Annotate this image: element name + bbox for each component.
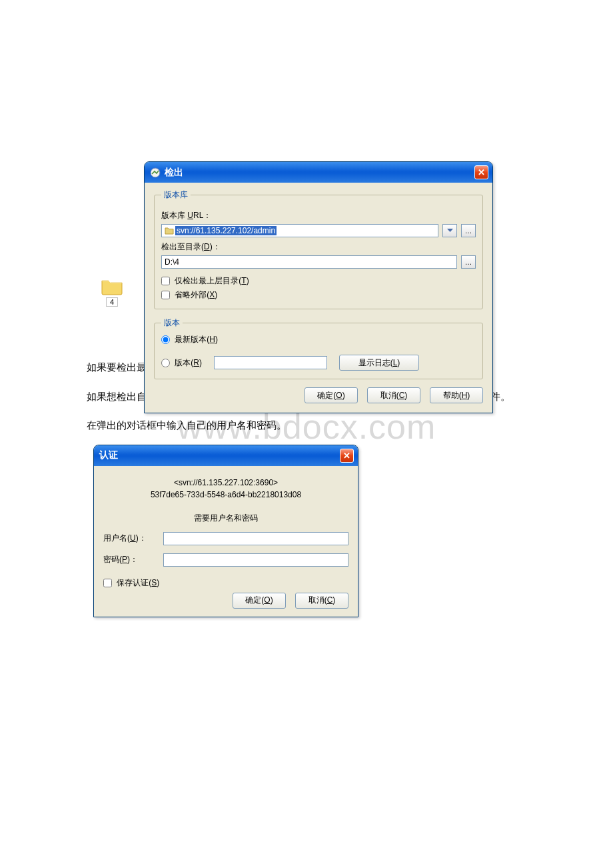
auth-need-label: 需要用户名和密码	[103, 513, 348, 524]
close-icon: ✕	[343, 451, 350, 461]
repo-url-value: svn://61.135.227.102/admin	[175, 226, 277, 235]
repo-group: 版本库 版本库 URL： svn://61.135.227.102/admin …	[154, 189, 483, 309]
checkout-dir-browse[interactable]: …	[461, 255, 476, 269]
save-auth-label[interactable]: 保存认证(S)	[103, 578, 159, 587]
cancel-button[interactable]: 取消(C)	[367, 387, 420, 403]
checkout-titlebar[interactable]: 检出 ✕	[145, 162, 492, 183]
rev-radio[interactable]	[161, 359, 170, 367]
omit-externals-checkbox[interactable]	[161, 291, 170, 299]
password-input[interactable]	[163, 553, 348, 567]
close-button[interactable]: ✕	[474, 165, 488, 179]
head-radio[interactable]	[161, 335, 170, 344]
auth-title: 认证	[99, 449, 118, 461]
auth-cancel-button[interactable]: 取消(C)	[295, 593, 348, 609]
ellipsis-icon: …	[465, 227, 472, 235]
show-log-button[interactable]: 显示日志(L)	[339, 355, 419, 371]
repo-url-dropdown[interactable]	[442, 224, 457, 237]
repo-url-browse[interactable]: …	[461, 224, 476, 237]
auth-dialog: 认证 ✕ <svn://61.135.227.102:3690> 53f7de6…	[93, 445, 358, 617]
ellipsis-icon: …	[465, 258, 472, 266]
auth-ok-button[interactable]: 确定(O)	[233, 593, 286, 609]
only-top-checkbox-label[interactable]: 仅检出最上层目录(T)	[161, 276, 249, 285]
checkout-title: 检出	[165, 167, 183, 179]
checkout-dir-label: 检出至目录(D)：	[161, 241, 476, 253]
help-button[interactable]: 帮助(H)	[430, 387, 483, 403]
save-auth-checkbox[interactable]	[103, 579, 112, 587]
head-radio-label[interactable]: 最新版本(H)	[161, 335, 218, 344]
auth-titlebar[interactable]: 认证 ✕	[94, 445, 358, 466]
revision-legend: 版本	[161, 317, 183, 329]
revision-group: 版本 最新版本(H) 版本(R) 显示日志(L)	[154, 317, 483, 379]
rev-radio-label[interactable]: 版本(R)	[161, 357, 202, 369]
svn-app-icon	[150, 167, 161, 178]
omit-externals-checkbox-label[interactable]: 省略外部(X)	[161, 290, 217, 299]
close-icon: ✕	[478, 167, 485, 177]
chevron-down-icon	[447, 229, 453, 233]
repo-url-label: 版本库 URL：	[161, 210, 476, 221]
folder-mini-icon	[165, 227, 174, 235]
only-top-checkbox[interactable]	[161, 277, 170, 285]
password-label: 密码(P)：	[103, 554, 163, 565]
checkout-dir-input[interactable]	[161, 255, 457, 269]
repo-url-combo[interactable]: svn://61.135.227.102/admin	[161, 224, 438, 237]
folder-label: 4	[106, 297, 118, 307]
checkout-dialog: 检出 ✕ 版本库 版本库 URL： svn://61.135.227.102/a…	[144, 161, 493, 413]
username-input[interactable]	[163, 532, 348, 545]
paragraph-3: 在弹出的对话框中输入自己的用户名和密码。	[67, 417, 546, 434]
rev-number-input[interactable]	[214, 356, 327, 369]
desktop-folder[interactable]: 4	[100, 277, 124, 307]
ok-button[interactable]: 确定(O)	[305, 387, 358, 403]
auth-realm-line1: <svn://61.135.227.102:3690>	[103, 478, 348, 487]
repo-legend: 版本库	[161, 189, 191, 201]
auth-realm-line2: 53f7de65-733d-5548-a6d4-bb2218013d08	[103, 490, 348, 499]
auth-close-button[interactable]: ✕	[340, 449, 354, 463]
folder-icon	[101, 277, 123, 295]
username-label: 用户名(U)：	[103, 533, 163, 544]
